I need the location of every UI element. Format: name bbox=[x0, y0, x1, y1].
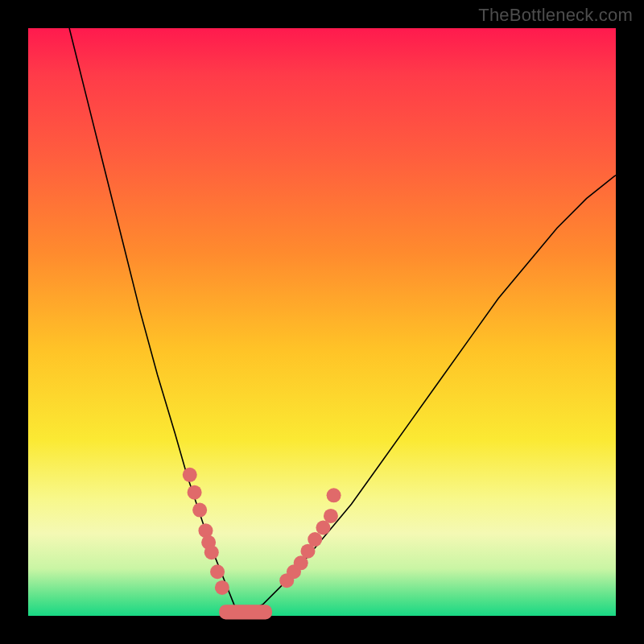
data-marker bbox=[215, 580, 229, 595]
curve-right bbox=[240, 175, 616, 617]
data-marker bbox=[327, 488, 341, 502]
data-marker bbox=[308, 532, 322, 547]
markers-right-cluster bbox=[279, 488, 341, 588]
data-marker bbox=[204, 545, 219, 559]
flat-band bbox=[219, 605, 272, 619]
data-marker bbox=[192, 503, 207, 518]
curve-left bbox=[69, 28, 240, 616]
data-marker bbox=[210, 564, 225, 579]
data-marker bbox=[183, 468, 197, 482]
plot-area bbox=[28, 28, 616, 616]
markers-left-cluster bbox=[183, 468, 229, 595]
flat-band-rect bbox=[219, 605, 272, 619]
chart-frame: TheBottleneck.com bbox=[0, 0, 644, 644]
data-marker bbox=[188, 485, 202, 500]
chart-svg bbox=[28, 28, 616, 616]
data-marker bbox=[324, 509, 338, 523]
attribution-text: TheBottleneck.com bbox=[478, 5, 633, 26]
